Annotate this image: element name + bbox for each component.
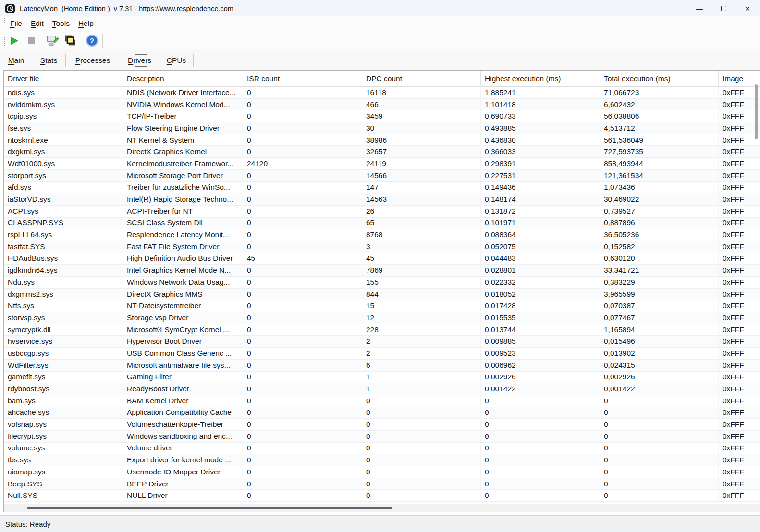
- table-row[interactable]: dxgmms2.sysDirectX Graphics MMS08440,018…: [4, 289, 760, 301]
- menu-item-edit[interactable]: Edit: [27, 18, 48, 29]
- column-header-file[interactable]: Driver file: [4, 71, 123, 86]
- cell-dpc: 45: [362, 253, 481, 265]
- table-row[interactable]: symcryptk.dllMicrosoft® SymCrypt Kernel …: [4, 324, 760, 336]
- cell-file: tbs.sys: [4, 454, 123, 466]
- cell-total: 0: [600, 419, 719, 430]
- cell-file: WdFilter.sys: [4, 360, 123, 371]
- table-row[interactable]: fse.sysFlow Steering Engine Driver0300,4…: [4, 122, 760, 134]
- close-button[interactable]: ✕: [735, 0, 760, 16]
- menu-item-help[interactable]: Help: [74, 18, 98, 29]
- vertical-scrollbar-thumb[interactable]: [755, 84, 758, 139]
- cell-isr: 45: [243, 253, 362, 265]
- table-row[interactable]: Null.SYSNULL Driver00000xFFF: [4, 490, 760, 502]
- tab-drivers[interactable]: Drivers: [120, 54, 159, 67]
- table-row[interactable]: hvservice.sysHypervisor Boot Driver020,0…: [4, 336, 760, 348]
- table-row[interactable]: uiomap.sysUsermode IO Mapper Driver00000…: [4, 466, 760, 478]
- cell-description: Fast FAT File System Driver: [123, 241, 243, 253]
- table-row[interactable]: tcpip.sysTCP/IP-Treiber034590,69073356,0…: [4, 110, 760, 122]
- maximize-button[interactable]: [711, 0, 735, 16]
- table-row[interactable]: dxgkrnl.sysDirectX Graphics Kernel032657…: [4, 146, 760, 158]
- cell-dpc: 0: [362, 466, 481, 478]
- tab-cpus[interactable]: CPUs: [159, 54, 194, 67]
- cell-dpc: 1: [362, 383, 481, 395]
- table-row[interactable]: volsnap.sysVolumeschattenkopie-Treiber00…: [4, 419, 760, 431]
- horizontal-scrollbar-thumb[interactable]: [27, 507, 392, 509]
- cell-file: ndis.sys: [4, 87, 123, 98]
- table-row[interactable]: afd.sysTreiber für zusätzliche WinSo...0…: [4, 182, 760, 194]
- cell-dpc: 24119: [362, 158, 481, 169]
- column-header-isr[interactable]: ISR count: [243, 71, 362, 86]
- table-row[interactable]: CLASSPNP.SYSSCSI Class System Dll0650,10…: [4, 218, 760, 230]
- cell-description: Export driver for kernel mode ...: [123, 454, 243, 466]
- cell-highest: 0: [481, 466, 600, 478]
- table-row[interactable]: iaStorVD.sysIntel(R) Rapid Storage Techn…: [4, 193, 760, 206]
- cell-description: Microsoft® SymCrypt Kernel ...: [123, 324, 243, 336]
- cell-isr: 0: [243, 229, 362, 241]
- table-row[interactable]: tbs.sysExport driver for kernel mode ...…: [4, 454, 760, 466]
- table-row[interactable]: fastfat.SYSFast FAT File System Driver03…: [4, 241, 760, 253]
- cell-file: dxgmms2.sys: [4, 289, 123, 300]
- table-row[interactable]: storport.sysMicrosoft Storage Port Drive…: [4, 170, 760, 182]
- monitor-pencil-icon: [47, 34, 60, 47]
- tab-stats[interactable]: Stats: [32, 54, 66, 67]
- cell-total: 0,070387: [600, 300, 719, 312]
- table-row[interactable]: storvsp.sysStorage vsp Driver0120,015535…: [4, 312, 760, 324]
- cell-total: 1,073436: [600, 182, 719, 193]
- tab-main[interactable]: Main: [0, 54, 32, 67]
- table-row[interactable]: ndis.sysNDIS (Network Driver Interface..…: [4, 87, 760, 99]
- table-row[interactable]: filecrypt.sysWindows sandboxing and enc.…: [4, 431, 760, 443]
- copy-pages-icon: [64, 34, 77, 47]
- menu-item-file[interactable]: File: [6, 18, 26, 29]
- table-row[interactable]: ahcache.sysApplication Compatibility Cac…: [4, 407, 760, 419]
- minimize-button[interactable]: —: [687, 0, 711, 16]
- column-header-dpc[interactable]: DPC count: [362, 71, 481, 86]
- cell-file: ACPI.sys: [4, 206, 123, 217]
- cell-description: Volumeschattenkopie-Treiber: [123, 419, 243, 430]
- cell-dpc: 30: [362, 122, 481, 134]
- table-row[interactable]: HDAudBus.sysHigh Definition Audio Bus Dr…: [4, 253, 760, 265]
- table-row[interactable]: nvlddmkm.sysNVIDIA Windows Kernel Mod...…: [4, 99, 760, 111]
- table-row[interactable]: Ndu.sysWindows Network Data Usag...01550…: [4, 277, 760, 289]
- cell-description: Storage vsp Driver: [123, 312, 243, 324]
- cell-isr: 0: [243, 324, 362, 336]
- horizontal-scrollbar[interactable]: [4, 504, 760, 512]
- table-row[interactable]: Ntfs.sysNT-Dateisystemtreiber0150,017428…: [4, 300, 760, 312]
- column-header-description[interactable]: Description: [123, 71, 243, 86]
- table-row[interactable]: WdFilter.sysMicrosoft antimalware file s…: [4, 360, 760, 372]
- column-header-image[interactable]: Image: [719, 71, 760, 86]
- cell-highest: 1,101418: [481, 99, 600, 110]
- table-row[interactable]: volume.sysVolume driver00000xFFF: [4, 443, 760, 455]
- table-row[interactable]: rspLLL64.sysResplendence Latency Monit..…: [4, 229, 760, 241]
- menu-item-tools[interactable]: Tools: [49, 18, 74, 29]
- table-row[interactable]: rdyboost.sysReadyBoost Driver010,0014220…: [4, 383, 760, 395]
- cell-image: 0xFFF: [719, 229, 760, 241]
- cell-isr: 0: [243, 395, 362, 407]
- table-row[interactable]: Wdf01000.sysKernelmodustreiber-Framewor.…: [4, 158, 760, 170]
- cell-description: TCP/IP-Treiber: [123, 110, 243, 122]
- cell-file: igdkmdn64.sys: [4, 265, 123, 276]
- copy-report-button[interactable]: [61, 33, 79, 48]
- cell-highest: 0,131872: [481, 206, 600, 217]
- table-row[interactable]: ntoskrnl.exeNT Kernel & System0389860,43…: [4, 134, 760, 146]
- cell-total: 0,887896: [600, 218, 719, 229]
- menu-bar-items: FileEditToolsHelp: [5, 18, 98, 29]
- cell-file: volsnap.sys: [4, 419, 123, 430]
- start-monitor-button[interactable]: [5, 33, 23, 48]
- cell-highest: 0,366033: [481, 146, 600, 157]
- cell-isr: 0: [243, 241, 362, 253]
- table-row[interactable]: bam.sysBAM Kernel Driver00000xFFF: [4, 395, 760, 407]
- table-row[interactable]: usbccgp.sysUSB Common Class Generic ...0…: [4, 348, 760, 360]
- table-row[interactable]: igdkmdn64.sysIntel Graphics Kernel Mode …: [4, 265, 760, 277]
- edit-options-button[interactable]: [44, 33, 61, 48]
- cell-dpc: 26: [362, 206, 481, 217]
- column-header-total[interactable]: Total execution (ms): [600, 71, 719, 86]
- stop-monitor-button[interactable]: [23, 33, 40, 48]
- tab-processes[interactable]: Processes: [66, 54, 120, 67]
- cell-dpc: 466: [362, 99, 481, 110]
- column-header-highest[interactable]: Highest execution (ms): [481, 71, 600, 86]
- table-row[interactable]: gameflt.sysGaming Filter010,0029260,0029…: [4, 372, 760, 384]
- table-row[interactable]: ACPI.sysACPI-Treiber für NT0260,1318720,…: [4, 206, 760, 218]
- help-button[interactable]: ?: [83, 33, 100, 48]
- table-row[interactable]: Beep.SYSBEEP Driver00000xFFF: [4, 478, 760, 490]
- app-icon: [5, 3, 15, 14]
